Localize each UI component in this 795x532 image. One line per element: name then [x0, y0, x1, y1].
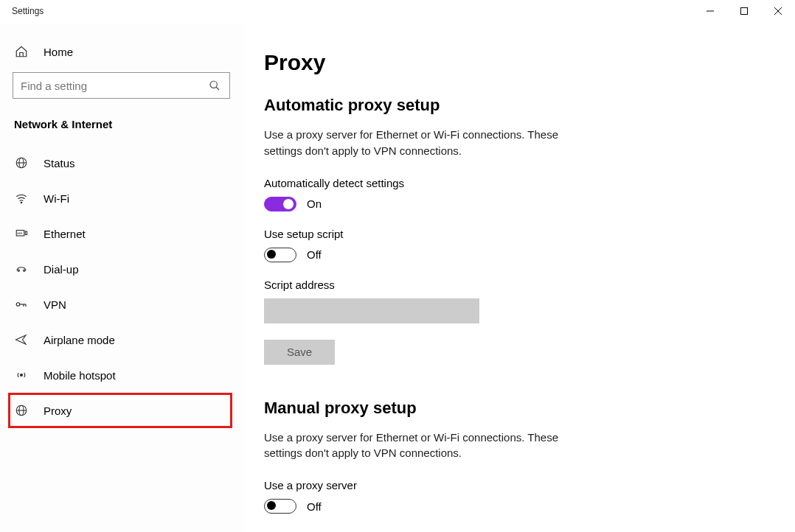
home-link[interactable]: Home — [13, 37, 230, 72]
auto-detect-state: On — [307, 197, 322, 210]
manual-heading: Manual proxy setup — [264, 399, 766, 418]
setup-script-toggle[interactable] — [264, 248, 296, 262]
sidebar-item-label: Mobile hotspot — [44, 369, 116, 382]
sidebar: Home Network & Internet Status — [0, 24, 243, 532]
sidebar-item-airplane[interactable]: Airplane mode — [13, 322, 230, 357]
svg-rect-11 — [25, 231, 27, 235]
hotspot-icon — [14, 368, 29, 382]
manual-desc: Use a proxy server for Ethernet or Wi-Fi… — [264, 430, 589, 462]
sidebar-item-status[interactable]: Status — [13, 145, 230, 181]
search-icon — [207, 78, 222, 93]
sidebar-item-label: Wi-Fi — [44, 192, 69, 205]
auto-detect-toggle[interactable] — [264, 197, 296, 211]
vpn-icon — [14, 297, 29, 312]
sidebar-item-proxy[interactable]: Proxy — [8, 393, 232, 428]
svg-point-15 — [18, 270, 19, 271]
home-icon — [14, 44, 29, 59]
sidebar-item-label: Proxy — [44, 405, 72, 417]
svg-point-16 — [24, 270, 25, 271]
content: Proxy Automatic proxy setup Use a proxy … — [243, 24, 795, 532]
sidebar-item-label: Dial-up — [44, 263, 79, 276]
dialup-icon — [14, 262, 29, 276]
proxy-icon — [14, 403, 29, 418]
home-label: Home — [44, 46, 73, 58]
auto-desc: Use a proxy server for Ethernet or Wi-Fi… — [264, 127, 589, 159]
script-address-input[interactable] — [264, 298, 479, 323]
sidebar-item-ethernet[interactable]: Ethernet — [13, 216, 230, 251]
sidebar-item-label: Status — [44, 157, 75, 169]
search-input[interactable] — [21, 80, 207, 92]
svg-point-4 — [210, 81, 217, 88]
svg-rect-1 — [741, 8, 748, 15]
window-title: Settings — [12, 0, 44, 16]
svg-point-9 — [21, 202, 22, 203]
window-controls — [693, 0, 795, 22]
sidebar-item-hotspot[interactable]: Mobile hotspot — [13, 357, 230, 393]
auto-detect-label: Automatically detect settings — [264, 177, 766, 189]
save-button[interactable]: Save — [264, 340, 335, 365]
script-address-label: Script address — [264, 279, 766, 291]
sidebar-item-label: Airplane mode — [44, 334, 115, 346]
svg-line-5 — [216, 87, 219, 90]
wifi-icon — [14, 191, 29, 206]
use-proxy-label: Use a proxy server — [264, 479, 766, 491]
globe-icon — [14, 155, 29, 170]
sidebar-section-title: Network & Internet — [13, 118, 230, 130]
use-proxy-state: Off — [307, 500, 322, 513]
close-button[interactable] — [761, 0, 795, 22]
sidebar-item-label: Ethernet — [44, 228, 86, 240]
sidebar-item-label: VPN — [44, 298, 66, 311]
airplane-icon — [14, 332, 29, 347]
titlebar: Settings — [0, 0, 795, 24]
sidebar-item-wifi[interactable]: Wi-Fi — [13, 181, 230, 216]
minimize-button[interactable] — [693, 0, 727, 22]
setup-script-label: Use setup script — [264, 228, 766, 240]
ethernet-icon — [14, 226, 29, 241]
page-title: Proxy — [264, 50, 766, 75]
svg-rect-10 — [16, 231, 24, 237]
svg-point-21 — [21, 374, 23, 377]
sidebar-nav: Status Wi-Fi Ethernet — [13, 145, 230, 428]
sidebar-item-vpn[interactable]: VPN — [13, 287, 230, 322]
use-proxy-toggle[interactable] — [264, 499, 296, 514]
auto-heading: Automatic proxy setup — [264, 96, 766, 115]
svg-point-17 — [16, 303, 20, 307]
sidebar-item-dialup[interactable]: Dial-up — [13, 251, 230, 287]
maximize-button[interactable] — [727, 0, 761, 22]
setup-script-state: Off — [307, 248, 322, 261]
search-box[interactable] — [13, 72, 230, 99]
